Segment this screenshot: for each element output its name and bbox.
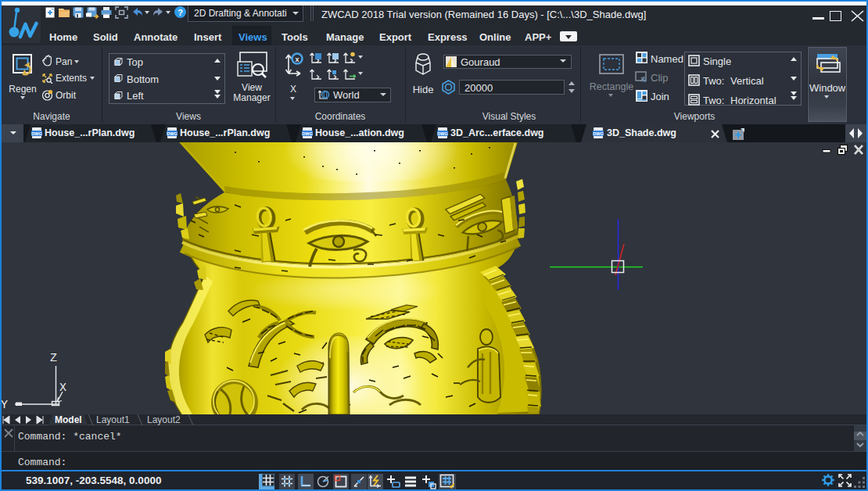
svg-text:x: x bbox=[295, 56, 299, 63]
svg-text:Y: Y bbox=[1, 399, 8, 412]
svg-text:Z: Z bbox=[50, 352, 57, 365]
svg-text:X: X bbox=[59, 382, 66, 395]
svg-text:?: ? bbox=[178, 8, 183, 17]
